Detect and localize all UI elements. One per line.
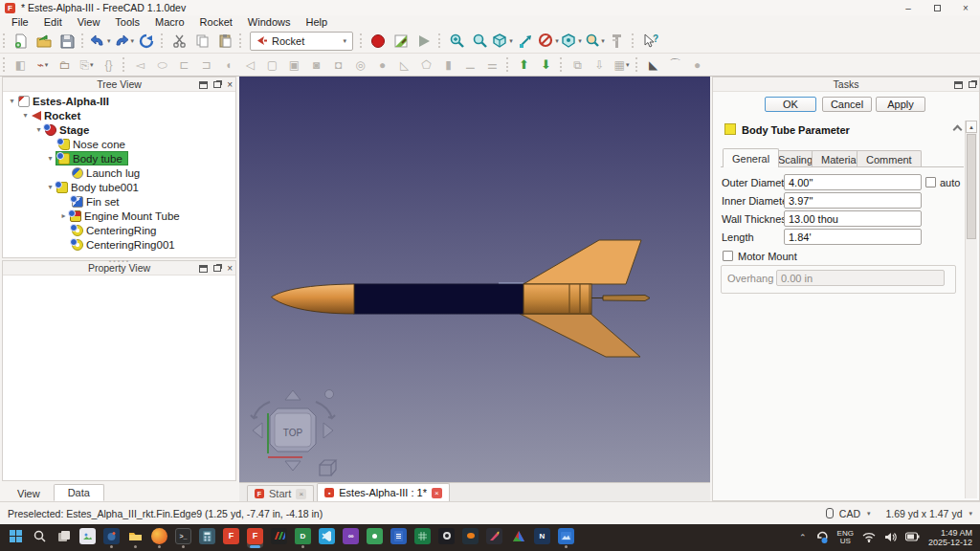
scroll-up-icon[interactable]: ▲ bbox=[966, 121, 977, 133]
document-app-icon[interactable] bbox=[390, 528, 407, 548]
overhang-input[interactable] bbox=[776, 270, 945, 286]
close-tab-icon[interactable]: × bbox=[432, 488, 442, 498]
freecad-active-icon[interactable]: F bbox=[247, 528, 263, 548]
nose-cone-icon[interactable]: ◅ bbox=[129, 55, 151, 75]
export-icon[interactable]: ⎘▾ bbox=[76, 55, 98, 75]
stellarium-icon[interactable] bbox=[103, 528, 120, 548]
toolbar-handle[interactable] bbox=[360, 33, 364, 48]
fin-flutter-icon[interactable]: ◣ bbox=[642, 55, 664, 75]
view-dimensions[interactable]: 1.69 yd x 1.47 yd bbox=[886, 508, 963, 519]
save-icon[interactable] bbox=[56, 31, 78, 52]
part-list-icon[interactable]: ⧉ bbox=[567, 55, 589, 75]
spreadsheet-app-icon[interactable] bbox=[414, 528, 431, 548]
menu-view[interactable]: View bbox=[70, 16, 108, 28]
measure-icon[interactable] bbox=[607, 31, 628, 52]
fin-can-icon[interactable]: ⬠ bbox=[415, 55, 437, 75]
coupler-icon[interactable]: ⊐ bbox=[195, 55, 217, 75]
bulkhead-icon[interactable]: ● bbox=[371, 55, 393, 75]
toolbar-handle[interactable] bbox=[635, 57, 639, 72]
body-tube-icon[interactable]: ⊏ bbox=[173, 55, 195, 75]
sketcher-icon[interactable]: ⌁▾ bbox=[32, 55, 54, 75]
draw-style-icon[interactable]: ▾ bbox=[538, 31, 559, 52]
chevron-down-icon[interactable]: ▾ bbox=[969, 510, 972, 518]
menu-edit[interactable]: Edit bbox=[36, 16, 70, 28]
terminal-icon[interactable]: >_ bbox=[175, 528, 191, 548]
nav-style-value[interactable]: CAD bbox=[839, 508, 860, 519]
notepad-app-icon[interactable]: N bbox=[534, 528, 550, 548]
tree-item-stage[interactable]: ▾ Stage bbox=[3, 122, 235, 137]
green-d-app-icon[interactable]: D bbox=[295, 528, 311, 548]
scrollbar-thumb[interactable] bbox=[967, 134, 976, 239]
aft-tube[interactable] bbox=[523, 284, 591, 314]
inner-diameter-input[interactable] bbox=[784, 192, 922, 209]
isometric-view-icon[interactable]: ▾ bbox=[492, 31, 513, 52]
tree-item-document[interactable]: ▾ Estes-Alpha-III bbox=[3, 94, 235, 108]
tab-start[interactable]: F Start × bbox=[247, 485, 314, 501]
dock-icon[interactable] bbox=[199, 265, 208, 273]
language-indicator[interactable]: ENG US bbox=[837, 530, 854, 545]
zoom-tools-icon[interactable]: ▾ bbox=[584, 31, 605, 52]
undo-icon[interactable]: ▾ bbox=[89, 31, 111, 52]
new-document-icon[interactable] bbox=[11, 31, 32, 52]
rail-button-icon[interactable]: ⚊ bbox=[459, 55, 481, 75]
cancel-button[interactable]: Cancel bbox=[822, 97, 872, 112]
tree-item-engine-mount[interactable]: ▸ Engine Mount Tube bbox=[3, 209, 235, 223]
close-panel-icon[interactable]: × bbox=[227, 81, 233, 89]
collapse-section-icon[interactable] bbox=[953, 125, 963, 135]
macro-edit-icon[interactable] bbox=[390, 31, 412, 52]
nav-right-arrow[interactable] bbox=[323, 423, 333, 438]
fin-side[interactable] bbox=[603, 296, 650, 301]
battery-icon[interactable] bbox=[905, 532, 920, 543]
ejection-icon[interactable]: ● bbox=[686, 55, 708, 75]
dark-circle-app-icon[interactable] bbox=[438, 528, 455, 548]
update-sync-icon[interactable] bbox=[815, 530, 829, 545]
tree-item-fin-set[interactable]: Fin set bbox=[3, 194, 235, 209]
cmake-icon[interactable] bbox=[510, 528, 526, 548]
calculators-icon[interactable]: ▦▾ bbox=[611, 55, 633, 75]
chevron-down-icon[interactable]: ▾ bbox=[867, 510, 871, 518]
tube-b-icon[interactable]: ▣ bbox=[283, 55, 305, 75]
std-views-icon[interactable]: ▾ bbox=[561, 31, 582, 52]
krita-icon[interactable] bbox=[486, 528, 502, 548]
copy-icon[interactable] bbox=[191, 31, 212, 52]
group-icon[interactable]: 🗀 bbox=[54, 55, 76, 75]
visual-studio-icon[interactable]: ∞ bbox=[343, 528, 359, 548]
float-icon[interactable] bbox=[969, 81, 976, 88]
body-tube[interactable] bbox=[354, 284, 523, 314]
close-button[interactable]: × bbox=[951, 0, 980, 15]
task-view-icon[interactable] bbox=[56, 528, 72, 548]
close-panel-icon[interactable]: × bbox=[227, 265, 233, 273]
toolbar-handle[interactable] bbox=[438, 33, 442, 48]
tasks-scrollbar[interactable]: ▲ bbox=[965, 121, 977, 498]
toolbar-handle[interactable] bbox=[81, 33, 85, 48]
fit-all-icon[interactable] bbox=[446, 31, 467, 52]
volume-icon[interactable] bbox=[884, 532, 897, 544]
workbench-selector[interactable]: Rocket ▾ bbox=[250, 32, 353, 51]
tree-item-body-tube[interactable]: ▾ Body tube bbox=[3, 151, 235, 165]
minimize-button[interactable]: – bbox=[894, 0, 923, 15]
fin-icon[interactable]: ◺ bbox=[393, 55, 415, 75]
dock-icon[interactable] bbox=[199, 81, 208, 89]
toolbar-handle[interactable] bbox=[3, 33, 7, 48]
expression-icon[interactable]: {} bbox=[98, 55, 120, 75]
outer-diameter-input[interactable] bbox=[784, 174, 922, 190]
tab-data[interactable]: Data bbox=[54, 484, 104, 501]
menu-rocket[interactable]: Rocket bbox=[192, 16, 240, 28]
toolbar-handle[interactable] bbox=[239, 33, 243, 48]
blender-icon[interactable] bbox=[462, 528, 479, 548]
3d-viewport[interactable]: TOP bbox=[239, 77, 710, 482]
expander-icon[interactable]: ▾ bbox=[20, 111, 31, 120]
nav-left-arrow[interactable] bbox=[253, 423, 262, 438]
toolbar-handle[interactable] bbox=[161, 33, 165, 48]
fin-bottom[interactable] bbox=[520, 314, 640, 357]
menu-tools[interactable]: Tools bbox=[107, 16, 147, 28]
axonometric-icon[interactable] bbox=[515, 31, 536, 52]
wifi-icon[interactable] bbox=[862, 532, 876, 544]
paste-icon[interactable] bbox=[214, 31, 235, 52]
menu-file[interactable]: File bbox=[4, 16, 36, 28]
inner-tube-icon[interactable]: ◖ bbox=[217, 55, 239, 75]
fit-selection-icon[interactable] bbox=[469, 31, 490, 52]
apply-button[interactable]: Apply bbox=[876, 97, 925, 112]
tab-view[interactable]: View bbox=[4, 486, 54, 501]
length-input[interactable] bbox=[784, 229, 922, 245]
